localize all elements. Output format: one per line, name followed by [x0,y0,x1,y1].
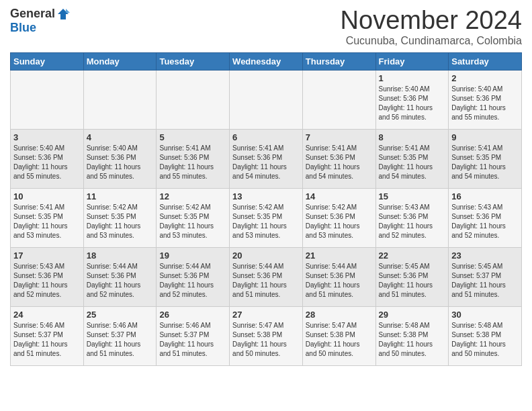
calendar-cell [157,70,230,129]
week-row-3: 10Sunrise: 5:41 AM Sunset: 5:35 PM Dayli… [11,188,522,247]
day-number: 4 [87,132,154,142]
week-row-4: 17Sunrise: 5:43 AM Sunset: 5:36 PM Dayli… [11,247,522,306]
day-info: Sunrise: 5:42 AM Sunset: 5:35 PM Dayligh… [232,203,300,240]
weekday-header-tuesday: Tuesday [157,52,230,70]
calendar-cell: 2Sunrise: 5:40 AM Sunset: 5:36 PM Daylig… [449,70,522,129]
calendar-cell: 26Sunrise: 5:46 AM Sunset: 5:37 PM Dayli… [157,306,230,365]
weekday-header-friday: Friday [375,52,449,70]
day-info: Sunrise: 5:40 AM Sunset: 5:36 PM Dayligh… [379,85,446,122]
weekday-header-row: SundayMondayTuesdayWednesdayThursdayFrid… [11,52,522,70]
day-info: Sunrise: 5:43 AM Sunset: 5:36 PM Dayligh… [379,203,446,240]
day-number: 25 [87,310,154,320]
title-block: November 2024 Cucunuba, Cundinamarca, Co… [341,7,522,47]
day-info: Sunrise: 5:41 AM Sunset: 5:35 PM Dayligh… [451,144,519,181]
calendar-cell: 23Sunrise: 5:45 AM Sunset: 5:37 PM Dayli… [449,247,522,306]
calendar-cell: 18Sunrise: 5:44 AM Sunset: 5:36 PM Dayli… [83,247,157,306]
calendar-cell: 5Sunrise: 5:41 AM Sunset: 5:36 PM Daylig… [157,129,230,188]
calendar-cell: 3Sunrise: 5:40 AM Sunset: 5:36 PM Daylig… [11,129,84,188]
day-number: 13 [232,191,300,201]
calendar-cell: 6Sunrise: 5:41 AM Sunset: 5:36 PM Daylig… [230,129,303,188]
day-number: 21 [306,250,373,261]
calendar-cell: 8Sunrise: 5:41 AM Sunset: 5:35 PM Daylig… [375,129,449,188]
weekday-header-sunday: Sunday [11,52,84,70]
logo-icon [56,7,70,21]
calendar-cell: 19Sunrise: 5:44 AM Sunset: 5:36 PM Dayli… [157,247,230,306]
day-info: Sunrise: 5:48 AM Sunset: 5:38 PM Dayligh… [451,321,519,359]
calendar-cell: 15Sunrise: 5:43 AM Sunset: 5:36 PM Dayli… [375,188,449,247]
calendar-cell [230,70,303,129]
header: General Blue November 2024 Cucunuba, Cun… [10,7,522,47]
day-number: 14 [306,191,373,201]
calendar-cell [83,70,157,129]
day-info: Sunrise: 5:47 AM Sunset: 5:38 PM Dayligh… [232,321,300,359]
day-number: 27 [232,310,300,320]
day-number: 5 [159,132,226,142]
week-row-1: 1Sunrise: 5:40 AM Sunset: 5:36 PM Daylig… [11,70,522,129]
calendar-cell: 28Sunrise: 5:47 AM Sunset: 5:38 PM Dayli… [302,306,375,365]
day-info: Sunrise: 5:45 AM Sunset: 5:37 PM Dayligh… [451,262,519,300]
day-number: 19 [159,250,226,261]
day-info: Sunrise: 5:43 AM Sunset: 5:36 PM Dayligh… [451,203,519,240]
weekday-header-monday: Monday [83,52,157,70]
calendar-cell: 21Sunrise: 5:44 AM Sunset: 5:36 PM Dayli… [302,247,375,306]
calendar-cell: 25Sunrise: 5:46 AM Sunset: 5:37 PM Dayli… [83,306,157,365]
day-number: 24 [13,310,81,320]
day-number: 6 [232,132,300,142]
weekday-header-wednesday: Wednesday [230,52,303,70]
day-number: 28 [306,310,373,320]
day-number: 9 [451,132,519,142]
calendar-cell: 13Sunrise: 5:42 AM Sunset: 5:35 PM Dayli… [230,188,303,247]
day-number: 20 [232,250,300,261]
day-number: 22 [379,250,446,261]
svg-marker-1 [66,9,70,13]
calendar-cell: 7Sunrise: 5:41 AM Sunset: 5:36 PM Daylig… [302,129,375,188]
day-info: Sunrise: 5:40 AM Sunset: 5:36 PM Dayligh… [87,144,154,181]
day-info: Sunrise: 5:41 AM Sunset: 5:36 PM Dayligh… [306,144,373,181]
day-number: 15 [379,191,446,201]
weekday-header-thursday: Thursday [302,52,375,70]
day-number: 3 [13,132,81,142]
day-info: Sunrise: 5:42 AM Sunset: 5:35 PM Dayligh… [87,203,154,240]
day-info: Sunrise: 5:41 AM Sunset: 5:36 PM Dayligh… [159,144,226,181]
weekday-header-saturday: Saturday [449,52,522,70]
calendar-cell: 20Sunrise: 5:44 AM Sunset: 5:36 PM Dayli… [230,247,303,306]
day-number: 18 [87,250,154,261]
day-info: Sunrise: 5:44 AM Sunset: 5:36 PM Dayligh… [87,262,154,300]
calendar-cell: 14Sunrise: 5:42 AM Sunset: 5:36 PM Dayli… [302,188,375,247]
day-number: 1 [379,73,446,83]
day-info: Sunrise: 5:41 AM Sunset: 5:36 PM Dayligh… [232,144,300,181]
day-number: 26 [159,310,226,320]
day-number: 10 [13,191,81,201]
calendar-cell: 1Sunrise: 5:40 AM Sunset: 5:36 PM Daylig… [375,70,449,129]
day-info: Sunrise: 5:41 AM Sunset: 5:35 PM Dayligh… [13,203,81,240]
day-info: Sunrise: 5:42 AM Sunset: 5:36 PM Dayligh… [306,203,373,240]
day-info: Sunrise: 5:41 AM Sunset: 5:35 PM Dayligh… [379,144,446,181]
day-number: 8 [379,132,446,142]
day-number: 11 [87,191,154,201]
day-info: Sunrise: 5:46 AM Sunset: 5:37 PM Dayligh… [87,321,154,359]
calendar-cell: 9Sunrise: 5:41 AM Sunset: 5:35 PM Daylig… [449,129,522,188]
day-info: Sunrise: 5:40 AM Sunset: 5:36 PM Dayligh… [13,144,81,181]
calendar-cell: 27Sunrise: 5:47 AM Sunset: 5:38 PM Dayli… [230,306,303,365]
calendar-cell: 29Sunrise: 5:48 AM Sunset: 5:38 PM Dayli… [375,306,449,365]
day-info: Sunrise: 5:48 AM Sunset: 5:38 PM Dayligh… [379,321,446,359]
calendar-cell: 12Sunrise: 5:42 AM Sunset: 5:35 PM Dayli… [157,188,230,247]
calendar-cell: 16Sunrise: 5:43 AM Sunset: 5:36 PM Dayli… [449,188,522,247]
calendar-cell: 4Sunrise: 5:40 AM Sunset: 5:36 PM Daylig… [83,129,157,188]
calendar-cell: 11Sunrise: 5:42 AM Sunset: 5:35 PM Dayli… [83,188,157,247]
day-info: Sunrise: 5:44 AM Sunset: 5:36 PM Dayligh… [306,262,373,300]
month-title: November 2024 [341,7,522,35]
logo: General Blue [10,7,70,35]
week-row-5: 24Sunrise: 5:46 AM Sunset: 5:37 PM Dayli… [11,306,522,365]
day-number: 12 [159,191,226,201]
day-info: Sunrise: 5:43 AM Sunset: 5:36 PM Dayligh… [13,262,81,300]
day-info: Sunrise: 5:44 AM Sunset: 5:36 PM Dayligh… [232,262,300,300]
calendar-cell: 30Sunrise: 5:48 AM Sunset: 5:38 PM Dayli… [449,306,522,365]
calendar-cell: 10Sunrise: 5:41 AM Sunset: 5:35 PM Dayli… [11,188,84,247]
calendar-cell [11,70,84,129]
day-info: Sunrise: 5:46 AM Sunset: 5:37 PM Dayligh… [159,321,226,359]
location: Cucunuba, Cundinamarca, Colombia [341,35,522,47]
day-number: 16 [451,191,519,201]
day-info: Sunrise: 5:42 AM Sunset: 5:35 PM Dayligh… [159,203,226,240]
day-info: Sunrise: 5:40 AM Sunset: 5:36 PM Dayligh… [451,85,519,122]
